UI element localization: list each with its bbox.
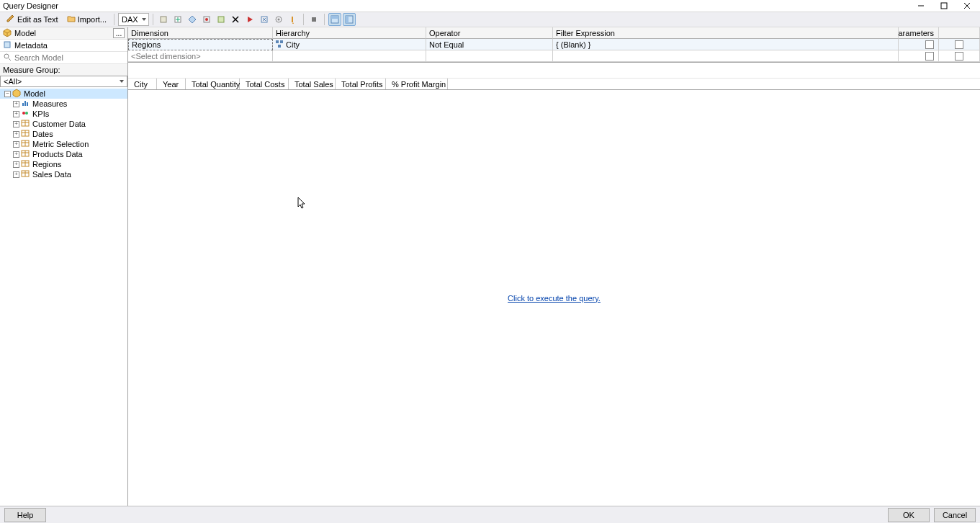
maximize-button[interactable]	[934, 0, 954, 12]
table-icon	[21, 139, 30, 149]
execute-query-link[interactable]: Click to execute the query.	[508, 294, 601, 303]
tree-item-label: Measures	[31, 99, 67, 108]
expand-icon[interactable]: +	[13, 141, 19, 148]
collapse-icon[interactable]: −	[4, 91, 11, 97]
table-icon	[21, 129, 30, 139]
tree-root[interactable]: − Model	[0, 89, 127, 99]
expand-icon[interactable]: +	[13, 151, 19, 158]
tree-item-customer-data[interactable]: + Customer Data	[0, 119, 127, 129]
expand-icon[interactable]: +	[13, 111, 19, 117]
search-input[interactable]	[14, 53, 125, 62]
filter-header-filter-expression[interactable]: Filter Expression	[553, 27, 899, 39]
svg-rect-17	[292, 17, 293, 22]
expand-icon[interactable]: +	[13, 121, 19, 128]
import-button[interactable]: Import...	[63, 13, 110, 26]
expand-icon[interactable]: +	[13, 171, 19, 178]
checkbox[interactable]	[955, 40, 963, 49]
svg-marker-13	[248, 17, 253, 22]
result-header-total-sales[interactable]: Total Sales	[289, 79, 336, 89]
filter-placeholder-hierarchy[interactable]	[273, 50, 426, 62]
expand-icon[interactable]: +	[13, 101, 19, 107]
execute-icon[interactable]	[243, 13, 256, 26]
checkbox[interactable]	[925, 52, 934, 61]
language-select[interactable]: DAX	[118, 13, 149, 26]
filter-header-dimension[interactable]: Dimension	[128, 27, 273, 39]
toolbar-sep-3	[303, 14, 304, 25]
filter-placeholder-expression[interactable]	[553, 50, 899, 62]
kpi-icon	[21, 109, 30, 119]
svg-point-9	[205, 18, 208, 21]
tree-item-metric-selection[interactable]: + Metric Selection	[0, 139, 127, 149]
filter-placeholder-dimension[interactable]: <Select dimension>	[128, 50, 273, 62]
search-row	[0, 52, 127, 64]
auto-exec-icon[interactable]	[200, 13, 213, 26]
toolbar-sep-1	[114, 14, 114, 25]
result-header-total-profits[interactable]: Total Profits	[336, 79, 386, 89]
svg-point-29	[22, 112, 25, 115]
filter-header-operator[interactable]: Operator	[426, 27, 553, 39]
model-selector-row[interactable]: Model ...	[0, 27, 127, 40]
expand-icon[interactable]: +	[13, 131, 19, 138]
close-button[interactable]	[957, 0, 977, 12]
checkbox[interactable]	[925, 40, 934, 49]
filter-cell-param-1[interactable]	[899, 39, 939, 50]
filter-placeholder-param-2[interactable]	[939, 50, 980, 62]
tree-item-label: Dates	[31, 130, 53, 138]
filter-placeholder-operator[interactable]	[426, 50, 553, 62]
tree-item-label: Customer Data	[31, 120, 86, 128]
table-icon	[21, 119, 30, 129]
query-mode-icon[interactable]	[287, 13, 300, 26]
cancel-query-icon[interactable]	[258, 13, 271, 26]
measure-group-label: Measure Group:	[0, 64, 127, 76]
svg-rect-26	[22, 103, 24, 106]
result-body[interactable]: Click to execute the query.	[128, 90, 980, 506]
toggle-panel-2-icon[interactable]	[343, 13, 356, 26]
show-agg-icon[interactable]	[215, 13, 228, 26]
filter-cell-expression[interactable]: { (Blank) }	[553, 39, 899, 50]
cursor-icon	[297, 197, 306, 211]
tree-item-kpis[interactable]: + KPIs	[0, 109, 127, 119]
filter-cell-param-2[interactable]	[939, 39, 980, 50]
result-header-total-quantity[interactable]: Total Quantity	[186, 79, 240, 89]
filter-header-parameters[interactable]: Parameters	[899, 27, 939, 39]
svg-point-16	[277, 19, 279, 21]
design-mode-icon[interactable]	[272, 13, 285, 26]
checkbox[interactable]	[955, 52, 963, 61]
filter-placeholder-param-1[interactable]	[899, 50, 939, 62]
svg-rect-22	[346, 16, 349, 23]
tree-item-dates[interactable]: + Dates	[0, 129, 127, 139]
hierarchy-icon	[276, 40, 283, 49]
filter-header-hierarchy[interactable]: Hierarchy	[273, 27, 426, 39]
metadata-tab[interactable]: Metadata	[0, 40, 127, 52]
add-member-icon[interactable]	[171, 13, 184, 26]
result-header-year[interactable]: Year	[157, 79, 186, 89]
cancel-button[interactable]: Cancel	[934, 508, 976, 522]
filter-cell-operator[interactable]: Not Equal	[426, 39, 553, 50]
refresh-icon[interactable]	[157, 13, 170, 26]
toolbar-sep-2	[153, 14, 153, 25]
svg-rect-49	[276, 40, 279, 43]
delete-icon[interactable]	[229, 13, 242, 26]
ok-button[interactable]: OK	[888, 508, 930, 522]
measure-group-select[interactable]: <All>	[0, 76, 127, 87]
result-header-city[interactable]: City	[128, 79, 157, 89]
help-button[interactable]: Help	[4, 508, 46, 522]
filter-cell-hierarchy[interactable]: City	[273, 39, 426, 50]
minimize-button[interactable]	[911, 0, 931, 12]
edit-as-text-button[interactable]: Edit as Text	[3, 13, 62, 26]
filter-cell-dimension[interactable]: Regions	[128, 39, 273, 50]
tree-item-sales-data[interactable]: + Sales Data	[0, 169, 127, 179]
result-header-total-costs[interactable]: Total Costs	[240, 79, 289, 89]
footer: Help OK Cancel	[0, 506, 980, 523]
tree-item-measures[interactable]: + Measures	[0, 99, 127, 109]
expand-icon[interactable]: +	[13, 161, 19, 168]
prepare-icon[interactable]	[307, 13, 320, 26]
result-header-profit-margin[interactable]: % Profit Margin	[386, 79, 448, 89]
tree-item-products-data[interactable]: + Products Data	[0, 149, 127, 159]
metadata-tree[interactable]: − Model + Measures + KPIs + Cust	[0, 87, 127, 506]
show-empty-icon[interactable]	[186, 13, 199, 26]
svg-rect-4	[161, 17, 166, 22]
toggle-panel-1-icon[interactable]	[328, 13, 341, 26]
model-browse-button[interactable]: ...	[113, 28, 125, 38]
tree-item-regions[interactable]: + Regions	[0, 159, 127, 169]
